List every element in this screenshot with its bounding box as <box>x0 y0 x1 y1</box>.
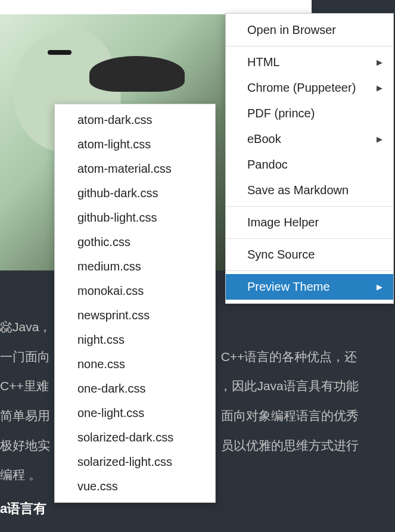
body-text: 极好地实 <box>0 438 50 452</box>
menu-item-sync-source[interactable]: Sync Source <box>226 242 393 267</box>
menu-item-image-helper[interactable]: Image Helper <box>226 210 393 235</box>
theme-option-solarized-dark[interactable]: solarized-dark.css <box>55 425 215 450</box>
body-text: 编程 。 <box>0 468 41 481</box>
chevron-right-icon: ▶ <box>377 282 382 291</box>
menu-item-save-as-markdown[interactable]: Save as Markdown <box>226 178 393 203</box>
menu-item-open-in-browser[interactable]: Open in Browser <box>226 17 393 43</box>
menu-item-chrome-puppeteer-[interactable]: Chrome (Puppeteer)▶ <box>226 75 393 101</box>
theme-option-solarized-light[interactable]: solarized-light.css <box>55 450 215 474</box>
image-blob <box>89 56 185 92</box>
menu-item-html[interactable]: HTML▶ <box>226 49 393 75</box>
menu-separator <box>226 46 393 46</box>
theme-option-one-dark[interactable]: one-dark.css <box>55 377 215 401</box>
menu-separator <box>226 270 393 271</box>
theme-submenu[interactable]: atom-dark.cssatom-light.cssatom-material… <box>54 104 216 503</box>
theme-option-atom-material[interactable]: atom-material.css <box>55 157 215 181</box>
body-text: ，因此Java语言具有功能 <box>219 379 358 393</box>
menu-item-pandoc[interactable]: Pandoc <box>226 152 393 178</box>
menu-item-label: Chrome (Puppeteer) <box>247 81 356 95</box>
image-blob <box>48 50 71 55</box>
theme-option-gothic[interactable]: gothic.css <box>55 230 215 254</box>
theme-option-one-light[interactable]: one-light.css <box>55 401 215 425</box>
menu-item-preview-theme[interactable]: Preview Theme▶ <box>226 274 393 300</box>
theme-option-medium[interactable]: medium.css <box>55 254 215 279</box>
body-heading: a语言有 <box>0 501 46 516</box>
menu-item-label: Pandoc <box>247 158 288 172</box>
menu-item-label: PDF (prince) <box>247 107 315 120</box>
menu-item-pdf-prince-[interactable]: PDF (prince) <box>226 101 393 126</box>
menu-separator <box>226 238 393 239</box>
theme-option-none[interactable]: none.css <box>55 352 215 377</box>
theme-option-atom-dark[interactable]: atom-dark.css <box>55 108 215 132</box>
menu-item-label: Save as Markdown <box>247 183 349 197</box>
menu-item-ebook[interactable]: eBook▶ <box>226 126 393 152</box>
body-text: C++里难 <box>0 379 49 393</box>
menu-item-label: Preview Theme <box>247 280 330 294</box>
body-text: 一门面向 <box>0 350 50 363</box>
menu-item-label: Open in Browser <box>247 23 336 37</box>
theme-option-newsprint[interactable]: newsprint.css <box>55 303 215 328</box>
menu-item-label: eBook <box>247 132 281 146</box>
body-text: 面向对象编程语言的优秀 <box>221 409 359 422</box>
body-text: 惢Java， <box>0 320 51 334</box>
chevron-right-icon: ▶ <box>377 83 382 92</box>
theme-option-atom-light[interactable]: atom-light.css <box>55 132 215 157</box>
theme-option-github-dark[interactable]: github-dark.css <box>55 181 215 206</box>
menu-separator <box>226 206 393 207</box>
chevron-right-icon: ▶ <box>377 135 382 144</box>
body-text: 简单易用 <box>0 409 50 422</box>
menu-item-label: Sync Source <box>247 248 315 262</box>
menu-item-label: Image Helper <box>247 216 319 229</box>
theme-option-vue[interactable]: vue.css <box>55 474 215 499</box>
menu-item-label: HTML <box>247 55 279 69</box>
body-text: C++语言的各种优点，还 <box>221 350 357 363</box>
chevron-right-icon: ▶ <box>377 58 382 67</box>
context-menu[interactable]: Open in BrowserHTML▶Chrome (Puppeteer)▶P… <box>225 13 394 304</box>
theme-option-github-light[interactable]: github-light.css <box>55 206 215 230</box>
theme-option-monokai[interactable]: monokai.css <box>55 279 215 303</box>
body-text: 员以优雅的思维方式进行 <box>221 438 359 452</box>
top-white-strip <box>0 0 312 14</box>
theme-option-night[interactable]: night.css <box>55 328 215 352</box>
